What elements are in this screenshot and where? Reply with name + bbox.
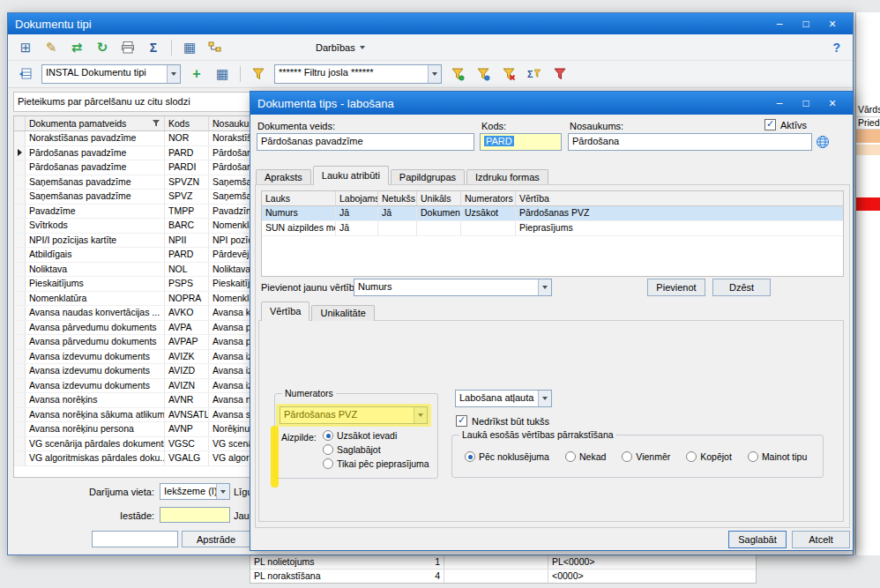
tab-apraksts[interactable]: Apraksts: [256, 169, 311, 185]
column-header-kods[interactable]: Kods: [165, 116, 209, 130]
column-header-labojams[interactable]: Labojams: [336, 191, 378, 205]
minimize-button[interactable]: –: [766, 16, 793, 33]
help-icon[interactable]: ?: [832, 41, 840, 55]
globe-icon[interactable]: [816, 135, 830, 151]
pievienot-button[interactable]: Pievienot: [647, 279, 705, 296]
chevron-down-icon[interactable]: [167, 65, 180, 83]
numerators-combo[interactable]: Pārdošanas PVZ: [280, 406, 428, 424]
row-gutter: [14, 335, 26, 349]
close-button[interactable]: ×: [819, 95, 846, 112]
cell: AVKO: [165, 306, 209, 320]
filter-icon[interactable]: [249, 64, 268, 84]
filter-apply-icon[interactable]: [448, 64, 467, 84]
edit-icon[interactable]: ✎: [41, 38, 61, 57]
parrakstisana-option[interactable]: Nekad: [565, 450, 606, 464]
cell: Pārdošanas pavadzīme: [26, 146, 165, 160]
veids-label: Dokumenta veids:: [257, 121, 335, 131]
add-value-combo[interactable]: Numurs: [354, 279, 552, 296]
filter-combo[interactable]: ****** Filtru josla ******: [274, 64, 442, 84]
bg-row-priede: Priede: [856, 116, 880, 130]
funnel-glyph: [476, 67, 490, 81]
apstrade-button[interactable]: Apstrāde: [182, 531, 250, 547]
radio-icon: [323, 430, 333, 441]
refresh-icon[interactable]: ↻: [93, 38, 112, 57]
cell: Numurs: [262, 206, 336, 220]
actions-label: Darbības: [316, 42, 355, 53]
aizpilde-option[interactable]: Uzsākot ievadi: [323, 428, 429, 443]
parrakstisana-option[interactable]: Vienmēr: [622, 450, 670, 464]
parrakstisana-option[interactable]: Kopējot: [686, 450, 732, 464]
actions-menu[interactable]: Darbības: [316, 42, 365, 53]
nedrikst-checkbox[interactable]: Nedrīkst būt tukšs: [456, 415, 549, 427]
labosana-combo[interactable]: Labošana atļauta: [455, 390, 552, 407]
darijuma-vieta-combo[interactable]: Iekšzeme (I): [160, 483, 230, 500]
chevron-down-icon[interactable]: [428, 65, 441, 83]
cell: Atbildīgais: [26, 248, 165, 262]
filter-edit-icon[interactable]: [474, 64, 493, 84]
kods-input[interactable]: PARD: [480, 133, 562, 151]
nosaukums-input[interactable]: Pārdošana: [568, 133, 812, 151]
view-combo[interactable]: INSTAL Dokumentu tipi: [41, 64, 181, 84]
filter-remove-icon[interactable]: [550, 64, 570, 84]
tab-izdruku-formas[interactable]: Izdruku formas: [466, 169, 548, 185]
grid-view-icon[interactable]: ⊞: [16, 38, 35, 57]
add-icon[interactable]: +: [187, 64, 206, 84]
chevron-down-icon[interactable]: [414, 407, 427, 423]
maximize-button[interactable]: □: [793, 16, 819, 33]
dialog-titlebar[interactable]: Dokumenta tips - labošana – □ ×: [250, 92, 853, 115]
aktivs-checkbox[interactable]: Aktīvs: [764, 119, 807, 130]
filter-sum-icon[interactable]: Σ: [525, 64, 544, 84]
main-titlebar[interactable]: Dokumentu tipi – □ ×: [8, 13, 853, 34]
column-header-numerators[interactable]: Numerators: [461, 191, 516, 205]
attr-grid-body: NumursJāJāDokumentUzsākotPārdošanas PVZS…: [262, 206, 843, 236]
veids-input[interactable]: Pārdošanas pavadzīme: [257, 133, 474, 151]
chevron-down-icon[interactable]: [216, 484, 229, 499]
maximize-button[interactable]: □: [793, 95, 819, 112]
column-header-unikals[interactable]: Unikāls: [417, 191, 461, 205]
column-header-pamatveids[interactable]: Dokumenta pamatveids: [26, 116, 165, 130]
cell: Pārdošanas pavadzīme: [26, 160, 165, 175]
row-gutter: [14, 175, 26, 190]
tab-unikalitate[interactable]: Unikalitāte: [311, 305, 374, 321]
cell: NPII: [165, 234, 209, 248]
tab-vertiba[interactable]: Vērtība: [261, 301, 309, 321]
parrakstisana-option[interactable]: Mainot tipu: [748, 450, 807, 464]
sum-icon[interactable]: Σ: [144, 38, 163, 57]
toolbar-separator: [171, 40, 172, 56]
view-select-icon[interactable]: [16, 64, 35, 84]
row-gutter: [14, 321, 26, 335]
cell: Avansa izdevumu dokuments: [26, 364, 165, 378]
filter-clear-icon[interactable]: [499, 64, 518, 84]
column-header-lauks[interactable]: Lauks: [262, 191, 336, 205]
close-button[interactable]: ×: [819, 16, 846, 33]
iestade-input[interactable]: [160, 507, 230, 523]
print-icon[interactable]: [118, 38, 138, 57]
columns-icon[interactable]: ▦: [180, 38, 199, 57]
hierarchy-icon[interactable]: [205, 38, 225, 57]
parrakstisana-option[interactable]: Pēc noklusējuma: [465, 450, 549, 464]
cell: Avansa norēķins: [26, 393, 165, 407]
radio-icon: [748, 451, 758, 462]
tab-lauku-atributi[interactable]: Lauku atribūti: [313, 166, 389, 185]
saglabat-button[interactable]: Saglabāt: [728, 531, 787, 548]
aizpilde-option[interactable]: Saglabājot: [323, 443, 429, 457]
atcelt-button[interactable]: Atcelt: [792, 531, 850, 548]
attr-row[interactable]: SUN aizpildes metodeJāPieprasījums: [262, 221, 843, 236]
columns-icon[interactable]: ▦: [213, 64, 232, 84]
column-header-netukss[interactable]: Netukšs: [378, 191, 417, 205]
cell: SPVZN: [165, 175, 209, 190]
dzest-button[interactable]: Dzēst: [712, 279, 771, 296]
tab-papildgrupas[interactable]: Papildgrupas: [391, 169, 465, 185]
cell: SPVZ: [165, 190, 209, 204]
chevron-down-icon[interactable]: [538, 391, 551, 406]
nosaukums-label: Nosaukums:: [570, 121, 623, 131]
aizpilde-radio-group: Uzsākot ievadiSaglabājotTikai pēc piepra…: [323, 428, 429, 471]
column-header-vertiba[interactable]: Vērtība: [516, 191, 843, 205]
attr-row[interactable]: NumursJāJāDokumentUzsākotPārdošanas PVZ: [262, 206, 843, 221]
aizpilde-option[interactable]: Tikai pēc pieprasījuma: [323, 457, 429, 471]
apstrade-input[interactable]: [92, 531, 178, 547]
minimize-button[interactable]: –: [766, 95, 793, 112]
sync-icon[interactable]: ⇄: [67, 38, 86, 57]
cell: 1: [400, 555, 444, 569]
chevron-down-icon[interactable]: [538, 279, 551, 295]
